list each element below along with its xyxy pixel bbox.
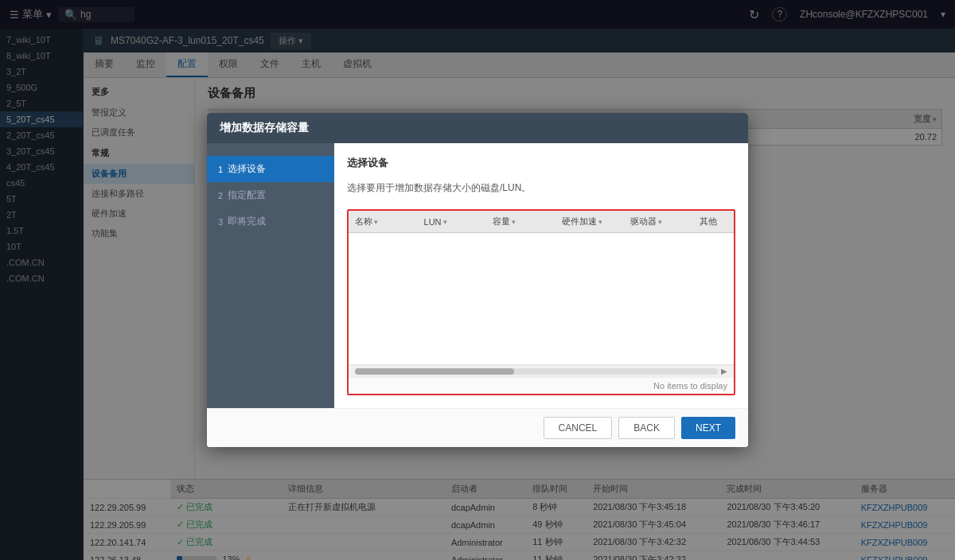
dialog: 增加数据存储容量 1 选择设备 2 指定配置 3 即将完成: [207, 113, 748, 447]
dialog-header: 增加数据存储容量: [207, 113, 748, 143]
col-capacity-sort-icon: ▾: [512, 218, 516, 226]
device-col-name[interactable]: 名称 ▾: [349, 214, 418, 229]
back-button[interactable]: BACK: [618, 417, 675, 439]
dialog-section-title: 选择设备: [347, 156, 735, 170]
step-2-num: 2: [218, 191, 223, 200]
hscroll[interactable]: ▶: [349, 364, 734, 377]
next-button[interactable]: NEXT: [681, 417, 735, 439]
device-table-wrapper: 名称 ▾ LUN ▾ 容量 ▾ 硬件加速 ▾: [347, 209, 735, 395]
dialog-footer: CANCEL BACK NEXT: [207, 408, 748, 447]
device-table-header: 名称 ▾ LUN ▾ 容量 ▾ 硬件加速 ▾: [349, 211, 734, 233]
step-2[interactable]: 2 指定配置: [207, 182, 334, 208]
step-3[interactable]: 3 即将完成: [207, 208, 334, 235]
dialog-body: 1 选择设备 2 指定配置 3 即将完成 选择设备 选择要用于增加数据存储大小的…: [207, 143, 748, 408]
device-col-capacity[interactable]: 容量 ▾: [486, 214, 555, 229]
step-2-label: 指定配置: [228, 189, 266, 202]
modal-overlay: 增加数据存储容量 1 选择设备 2 指定配置 3 即将完成: [0, 0, 955, 560]
device-col-driver[interactable]: 驱动器 ▾: [624, 214, 693, 229]
hscroll-track[interactable]: [355, 368, 718, 375]
device-col-other[interactable]: 其他: [693, 214, 734, 229]
hscroll-right-icon[interactable]: ▶: [721, 367, 727, 375]
dialog-steps: 1 选择设备 2 指定配置 3 即将完成: [207, 143, 334, 408]
device-col-hwaccel[interactable]: 硬件加速 ▾: [555, 214, 625, 229]
step-1[interactable]: 1 选择设备: [207, 156, 334, 182]
col-lun-sort-icon: ▾: [443, 218, 447, 226]
step-3-label: 即将完成: [228, 215, 266, 228]
dialog-title: 增加数据存储容量: [220, 121, 309, 134]
col-driver-sort-icon: ▾: [658, 218, 662, 226]
hscroll-thumb[interactable]: [355, 368, 514, 375]
step-3-num: 3: [218, 217, 223, 227]
dialog-section-desc: 选择要用于增加数据存储大小的磁盘/LUN。: [347, 181, 735, 195]
no-items-label: No items to display: [653, 381, 727, 391]
step-1-label: 选择设备: [228, 162, 266, 176]
col-name-sort-icon: ▾: [374, 218, 378, 226]
device-col-lun[interactable]: LUN ▾: [418, 214, 487, 229]
dialog-content-area: 选择设备 选择要用于增加数据存储大小的磁盘/LUN。 名称 ▾ LUN ▾: [334, 143, 748, 408]
step-1-num: 1: [218, 165, 223, 174]
cancel-button[interactable]: CANCEL: [544, 417, 613, 439]
device-table-body: [349, 233, 734, 364]
col-hwaccel-sort-icon: ▾: [598, 218, 602, 226]
